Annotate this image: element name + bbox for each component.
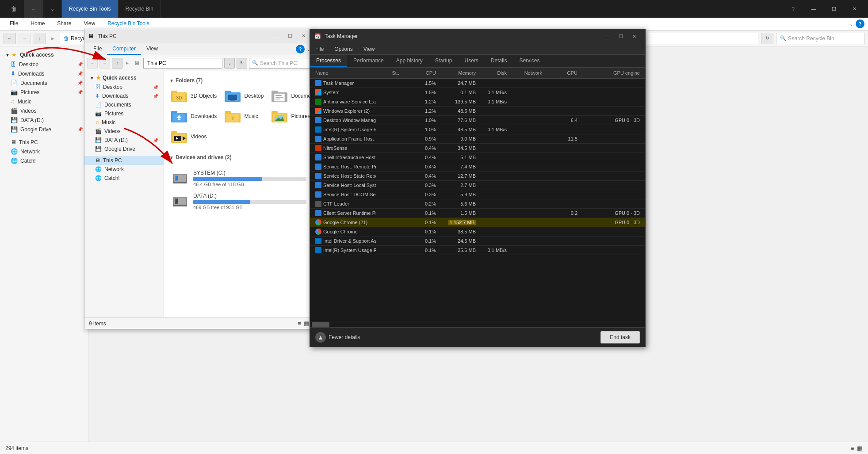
sidebar-item-google-drive[interactable]: 💾 Google Drive 📌 bbox=[0, 125, 88, 134]
folder-3d-objects[interactable]: 3D 3D Objects bbox=[168, 86, 220, 106]
table-row[interactable]: Task Manager 1.5% 24.7 MB bbox=[310, 79, 645, 88]
sidebar-item-catch[interactable]: 🌐 Catch! bbox=[0, 156, 88, 165]
recycle-maximize-btn[interactable]: ☐ bbox=[824, 2, 844, 15]
sidebar-item-downloads[interactable]: ⬇ Downloads 📌 bbox=[0, 69, 88, 78]
ribbon-tab-view[interactable]: View bbox=[77, 18, 101, 30]
col-disk[interactable]: Disk bbox=[478, 70, 509, 76]
tm-menu-file[interactable]: File bbox=[314, 46, 325, 52]
end-task-button[interactable]: End task bbox=[600, 331, 640, 343]
tm-tab-processes[interactable]: Processes bbox=[310, 55, 347, 67]
thispc-maximize-btn[interactable]: ☐ bbox=[283, 31, 297, 42]
recycle-minimize-btn[interactable]: — bbox=[803, 2, 824, 15]
recycle-close-btn[interactable]: ✕ bbox=[844, 2, 864, 15]
thispc-view-grid-icon[interactable]: ▦ bbox=[304, 320, 309, 327]
table-row[interactable]: Service Host: Remote Procedure... 0.4% 7… bbox=[310, 162, 645, 172]
tm-tab-startup[interactable]: Startup bbox=[429, 55, 459, 67]
tm-tab-users[interactable]: Users bbox=[458, 55, 484, 67]
view-grid-icon[interactable]: ▦ bbox=[857, 445, 863, 452]
tm-tab-services[interactable]: Services bbox=[513, 55, 546, 67]
qat-item[interactable]: ⌄ bbox=[43, 0, 62, 18]
sidebar-item-network[interactable]: 🌐 Network bbox=[0, 147, 88, 156]
fewer-details-button[interactable]: ▲ Fewer details bbox=[315, 332, 360, 343]
tm-minimize-btn[interactable]: — bbox=[601, 31, 614, 42]
tm-maximize-btn[interactable]: ☐ bbox=[614, 31, 627, 42]
thispc-sidebar-downloads[interactable]: ⬇ Downloads 📌 bbox=[84, 92, 164, 100]
thispc-sidebar-catch[interactable]: 🌐 Catch! bbox=[84, 174, 164, 183]
qat-icon[interactable]: 🗑 bbox=[4, 0, 24, 18]
recycle-up-btn[interactable]: ↑ bbox=[34, 33, 46, 44]
table-row[interactable]: Windows Explorer (2) 1.2% 48.5 MB bbox=[310, 107, 645, 116]
recycle-search-box[interactable]: 🔍 Search Recycle Bin bbox=[776, 33, 864, 44]
tm-close-btn[interactable]: ✕ bbox=[627, 31, 641, 42]
thispc-quick-access-header[interactable]: ▼ ★ Quick access bbox=[84, 73, 164, 83]
table-row[interactable]: Application Frame Host 0.9% 9.0 MB 11.5 bbox=[310, 134, 645, 144]
recycle-help-btn[interactable]: ? bbox=[783, 2, 803, 15]
sidebar-item-desktop[interactable]: 🗄 Desktop 📌 bbox=[0, 60, 88, 69]
folder-desktop[interactable]: Desktop bbox=[221, 86, 267, 106]
thispc-view-list-icon[interactable]: ≡ bbox=[298, 320, 301, 327]
table-row[interactable]: Intel(R) System Usage Report 1.0% 48.5 M… bbox=[310, 125, 645, 134]
table-row[interactable]: NitroSense 0.4% 34.5 MB bbox=[310, 144, 645, 153]
ribbon-help-btn[interactable]: ? bbox=[856, 19, 864, 28]
col-memory[interactable]: Memory bbox=[438, 70, 478, 76]
thispc-sidebar-data-d[interactable]: 💾 DATA (D:) 📌 bbox=[84, 136, 164, 145]
sidebar-item-data-d[interactable]: 💾 DATA (D:) bbox=[0, 115, 88, 125]
table-row[interactable]: Antimalware Service Executable 1.2% 139.… bbox=[310, 97, 645, 107]
view-list-icon[interactable]: ≡ bbox=[851, 445, 854, 452]
table-row[interactable]: CTF Loader 0.2% 5.6 MB bbox=[310, 199, 645, 209]
thispc-sidebar-network[interactable]: 🌐 Network bbox=[84, 165, 164, 174]
qat-back[interactable]: ← bbox=[24, 0, 43, 18]
tab-manage[interactable]: Recycle Bin Tools bbox=[62, 0, 119, 18]
tm-menu-view[interactable]: View bbox=[362, 46, 377, 52]
thispc-back-btn[interactable]: ← bbox=[87, 58, 98, 69]
thispc-refresh-btn[interactable]: ↻ bbox=[237, 58, 247, 69]
col-name[interactable]: Name bbox=[314, 70, 376, 76]
tm-hscrollbar[interactable] bbox=[310, 321, 645, 327]
thispc-tab-computer[interactable]: Computer bbox=[107, 43, 141, 55]
sidebar-item-pictures[interactable]: 📷 Pictures 📌 bbox=[0, 88, 88, 97]
thispc-sidebar-documents[interactable]: 📄 Documents bbox=[84, 100, 164, 109]
folder-documents[interactable]: Documents bbox=[268, 86, 314, 106]
thispc-sidebar-music[interactable]: ♫ Music bbox=[84, 118, 164, 127]
sidebar-item-videos[interactable]: 🎬 Videos bbox=[0, 106, 88, 115]
col-network[interactable]: Network bbox=[509, 70, 544, 76]
folder-videos[interactable]: Videos bbox=[168, 127, 220, 146]
ribbon-tab-share[interactable]: Share bbox=[51, 18, 77, 30]
tm-tab-details[interactable]: Details bbox=[485, 55, 513, 67]
folder-music[interactable]: ♪ Music bbox=[221, 107, 267, 126]
table-row[interactable]: Intel(R) System Usage Report 0.1% 25.6 M… bbox=[310, 246, 645, 255]
folder-downloads[interactable]: Downloads bbox=[168, 107, 220, 126]
thispc-addr-dropdown[interactable]: ⌄ bbox=[224, 58, 235, 69]
table-row[interactable]: Google Chrome 0.1% 38.5 MB bbox=[310, 227, 645, 237]
col-status[interactable]: St... bbox=[376, 70, 402, 76]
recycle-forward-btn[interactable]: → bbox=[19, 33, 31, 44]
sidebar-item-documents[interactable]: 📄 Documents 📌 bbox=[0, 78, 88, 88]
table-row[interactable]: Shell Infrastructure Host 0.4% 5.1 MB bbox=[310, 153, 645, 162]
thispc-tab-file[interactable]: File bbox=[88, 43, 107, 55]
tm-menu-options[interactable]: Options bbox=[333, 46, 354, 52]
folders-section-header[interactable]: ▼ Folders (7) bbox=[168, 75, 310, 86]
col-gpu[interactable]: GPU bbox=[544, 70, 579, 76]
thispc-search-box[interactable]: 🔍 Search This PC bbox=[249, 58, 311, 69]
thispc-sidebar-google-drive[interactable]: 💾 Google Drive bbox=[84, 145, 164, 153]
thispc-forward-btn[interactable]: → bbox=[99, 58, 110, 69]
thispc-sidebar-videos[interactable]: 🎬 Videos bbox=[84, 127, 164, 136]
table-row[interactable]: Client Server Runtime Process 0.1% 1.5 M… bbox=[310, 209, 645, 218]
col-gpu-engine[interactable]: GPU engine bbox=[579, 70, 642, 76]
thispc-close-btn[interactable]: ✕ bbox=[297, 31, 310, 42]
thispc-minimize-btn[interactable]: — bbox=[270, 31, 283, 42]
recycle-refresh-btn[interactable]: ↻ bbox=[761, 33, 773, 44]
ribbon-collapse-btn[interactable]: ⌄ bbox=[847, 19, 856, 28]
ribbon-tab-home[interactable]: Home bbox=[24, 18, 51, 30]
ribbon-tab-file[interactable]: File bbox=[4, 18, 24, 30]
thispc-sidebar-desktop[interactable]: 🗄 Desktop 📌 bbox=[84, 83, 164, 92]
drives-section-header[interactable]: ▼ Devices and drives (2) bbox=[168, 152, 310, 163]
ribbon-tab-recycle-tools[interactable]: Recycle Bin Tools bbox=[101, 18, 156, 30]
sidebar-item-music[interactable]: ♫ Music bbox=[0, 97, 88, 106]
recycle-back-btn[interactable]: ← bbox=[4, 33, 16, 44]
thispc-address-box[interactable]: This PC bbox=[143, 58, 222, 69]
table-row[interactable]: Service Host: DCOM Server Proc... 0.3% 5… bbox=[310, 190, 645, 199]
table-row[interactable]: Service Host: Local System (Net... 0.3% … bbox=[310, 181, 645, 190]
table-row[interactable]: Intel Driver & Support Assistant ... 0.1… bbox=[310, 237, 645, 246]
tm-tab-performance[interactable]: Performance bbox=[347, 55, 390, 67]
